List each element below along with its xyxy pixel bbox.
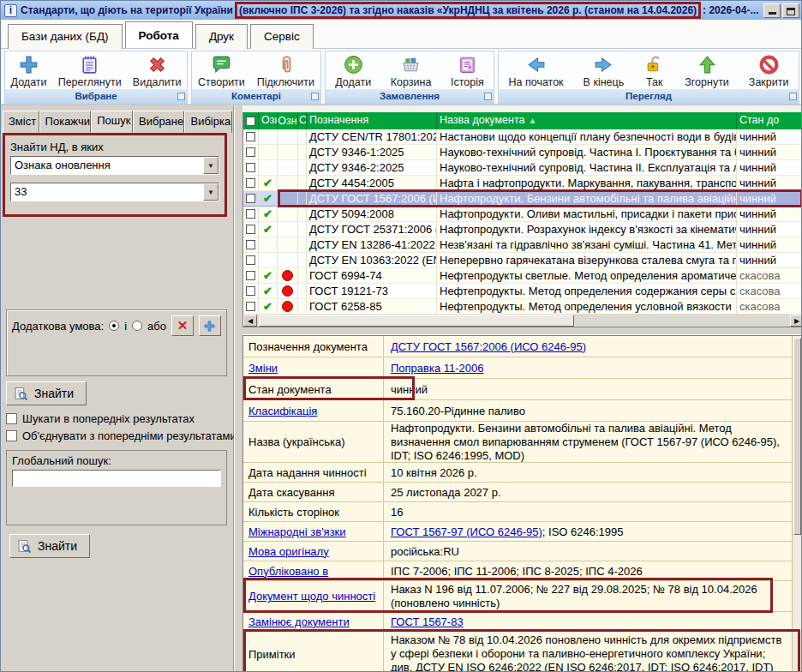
table-row[interactable]: ДСТУ EN 13286-41:2022 (Незв'язані та гід… (243, 237, 802, 253)
check-icon: ✔ (259, 191, 278, 207)
header-select-all[interactable] (243, 112, 259, 129)
scrollbar-thumb[interactable] (259, 315, 574, 327)
horizontal-splitter[interactable] (242, 327, 802, 335)
go-end-button[interactable]: В кінець (578, 53, 630, 89)
detail-label-link[interactable]: Зміни (248, 362, 278, 375)
horizontal-scrollbar[interactable]: ◀ ▶ (243, 313, 802, 327)
row-checkbox[interactable] (246, 147, 255, 157)
detail-label-link[interactable]: Опубліковано в (248, 565, 328, 578)
lock-toggle-button[interactable]: Так (638, 53, 670, 89)
dialog-launcher-icon[interactable] (484, 93, 492, 100)
collapse-button[interactable]: Згорнути (679, 53, 734, 89)
scroll-left-icon[interactable]: ◀ (243, 315, 257, 327)
favorites-view-button[interactable]: Переглянути (53, 53, 127, 89)
global-find-button[interactable]: Знайти (9, 534, 90, 558)
doc-code: ДСТУ EN 10363:2022 (EN (307, 253, 437, 268)
table-row-selected[interactable]: ✔ДСТУ ГОСТ 1567:2006 (ИНафтопродукти. Бе… (243, 191, 802, 207)
search-previous-checkbox[interactable] (6, 413, 17, 424)
row-checkbox[interactable] (246, 225, 255, 234)
arrow-left-icon (525, 54, 547, 75)
sidebar-tab-index[interactable]: Покажчи (39, 111, 92, 133)
window-title-highlighted: (включно ІПС 3-2026) та згідно наказів «… (235, 2, 701, 19)
scroll-right-icon[interactable]: ▶ (790, 315, 802, 327)
row-checkbox[interactable] (246, 132, 255, 141)
row-checkbox[interactable] (246, 286, 255, 296)
row-checkbox[interactable] (246, 163, 255, 172)
chevron-down-icon[interactable]: ▼ (203, 157, 218, 174)
favorites-delete-button[interactable]: Видалити (128, 53, 187, 89)
order-basket-button[interactable]: Корзина (386, 53, 437, 89)
go-start-button[interactable]: На початок (504, 53, 569, 89)
detail-label-link[interactable]: Документ щодо чинності (248, 590, 375, 603)
search-value-combobox[interactable]: 33 ▼ (10, 183, 219, 201)
sidebar-tab-content[interactable]: Зміст (3, 111, 39, 133)
header-designation[interactable]: Позначення (307, 112, 437, 129)
detail-value: російська:RU (384, 542, 792, 561)
sidebar-tab-selection[interactable]: Вибірка (184, 111, 232, 133)
header-extra[interactable]: С (298, 112, 307, 129)
maximize-button[interactable] (782, 3, 799, 18)
table-row[interactable]: ✔ГОСТ 6994-74Нефтепродукты светлые. Мето… (243, 268, 802, 284)
merge-previous-checkbox[interactable] (6, 430, 17, 441)
order-history-button[interactable]: Історія (446, 53, 489, 89)
table-row[interactable]: ✔ДСТУ ГОСТ 25371:2006 (ІНафтопродукти. Р… (243, 222, 802, 237)
sidebar-tab-search[interactable]: Пошук (91, 111, 133, 133)
tab-work[interactable]: Робота (125, 21, 193, 48)
close-button[interactable]: Закрити (744, 53, 794, 89)
doc-code: ДСТУ 5094:2008 (307, 207, 437, 222)
search-field-combobox[interactable]: Ознака оновлення ▼ (10, 156, 219, 175)
table-row[interactable]: ✔ДСТУ 4454:2005Нафта і нафтопродукти. Ма… (243, 176, 802, 191)
comment-attach-button[interactable]: Підключити (252, 53, 320, 89)
table-row[interactable]: ДСТУ 9346-1:2025Науково-технічний супров… (243, 145, 802, 160)
minimize-button[interactable] (763, 3, 781, 18)
tab-databases[interactable]: Бази даних (БД) (8, 24, 123, 49)
vertical-scrollbar[interactable] (792, 336, 802, 672)
table-row[interactable]: ✔ДСТУ 5094:2008Нафтопродукти. Оливи маст… (243, 207, 802, 222)
header-document-name[interactable]: Назва документа▲ (437, 112, 737, 129)
row-checkbox[interactable] (246, 302, 255, 311)
sidebar-tab-favorites[interactable]: Вибране (133, 111, 184, 133)
tab-service[interactable]: Сервіс (250, 24, 314, 49)
table-row[interactable]: ✔ГОСТ 19121-73Нефтепродукты. Метод опред… (243, 284, 802, 299)
detail-value-link[interactable]: ДСТУ ГОСТ 1567:2006 (ИСО 6246-95) (391, 340, 586, 353)
row-checkbox[interactable] (246, 194, 255, 203)
detail-label-link[interactable]: Міжнародні зв'язки (248, 525, 346, 538)
vertical-splitter[interactable] (234, 105, 242, 672)
detail-label-link[interactable]: Мова оригіналу (248, 545, 329, 558)
detail-value: 75.160.20-Рідинне паливо (384, 400, 792, 421)
remove-condition-button[interactable]: ✕ (171, 315, 194, 336)
dialog-launcher-icon[interactable] (789, 93, 797, 100)
header-status[interactable]: Стан до (737, 112, 802, 129)
row-checkbox[interactable] (246, 271, 255, 280)
radio-and[interactable] (109, 321, 119, 331)
detail-value-link[interactable]: ГОСТ 1567-97 (ИСО 6246-95) (391, 525, 542, 538)
table-row[interactable]: ДСТУ EN 10363:2022 (ENНеперервно гарячек… (243, 253, 802, 268)
detail-label-link[interactable]: Замінює документи (248, 615, 350, 628)
row-checkbox[interactable] (246, 209, 255, 219)
detail-value-link[interactable]: ГОСТ 1567-83 (391, 615, 464, 628)
find-button[interactable]: Знайти (6, 381, 87, 405)
chevron-down-icon[interactable]: ▼ (203, 183, 218, 201)
radio-or[interactable] (132, 321, 142, 331)
detail-value-link[interactable]: Поправка 11-2006 (391, 362, 484, 375)
order-add-button[interactable]: Додати (330, 53, 376, 89)
table-row[interactable]: ДСТУ 9346-2:2025Науково-технічний супров… (243, 160, 802, 176)
search-icon (14, 387, 28, 401)
header-ozn1[interactable]: Озн (259, 112, 278, 129)
detail-label-link[interactable]: Класифікація (248, 405, 317, 417)
scrollbar-thumb[interactable] (793, 338, 801, 535)
comment-create-button[interactable]: Створити (193, 53, 250, 89)
header-ozn2[interactable]: Озн (278, 112, 298, 129)
table-row[interactable]: ДСТУ CEN/TR 17801:202:Настанови щодо кон… (243, 129, 802, 145)
global-search-input[interactable] (12, 470, 221, 487)
tab-print[interactable]: Друк (195, 24, 248, 49)
row-checkbox[interactable] (246, 240, 255, 249)
add-condition-button[interactable] (199, 315, 221, 336)
row-checkbox[interactable] (246, 255, 255, 265)
dialog-launcher-icon[interactable] (177, 93, 185, 100)
dialog-launcher-icon[interactable] (311, 93, 319, 100)
combobox-value: Ознака оновлення (11, 157, 203, 174)
find-button-label: Знайти (38, 539, 77, 553)
favorites-add-button[interactable]: Додати (6, 53, 52, 89)
row-checkbox[interactable] (246, 178, 255, 188)
